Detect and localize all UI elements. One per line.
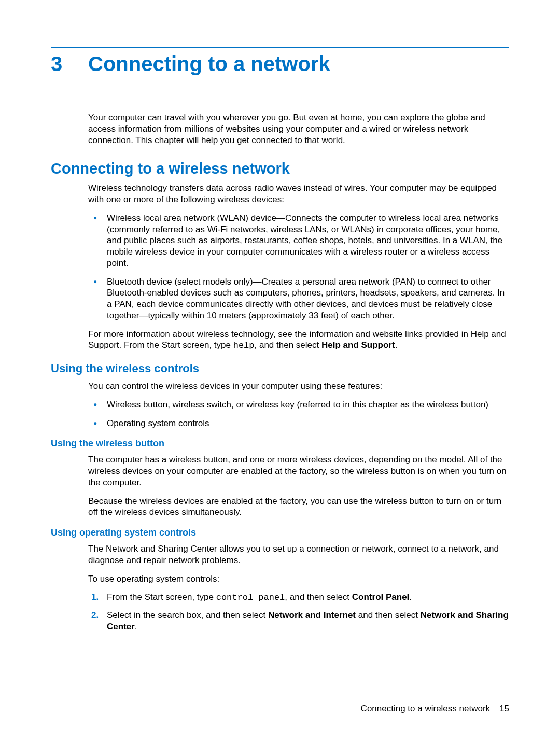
section4-para2: To use operating system controls: [88, 573, 509, 585]
list-item: Wireless button, wireless switch, or wir… [88, 399, 509, 411]
subsubsection-os-controls: Using operating system controls [51, 527, 509, 538]
chapter-rule [51, 47, 509, 48]
section3-para2: Because the wireless devices are enabled… [88, 496, 509, 518]
section3-body: The computer has a wireless button, and … [88, 454, 509, 518]
text: . [409, 592, 412, 602]
bold-text: Network and Internet [268, 610, 356, 620]
text: , and then select [285, 592, 352, 602]
section2-intro: You can control the wireless devices in … [88, 381, 509, 392]
subsubsection-wireless-button: Using the wireless button [51, 438, 509, 449]
page-number: 15 [499, 704, 509, 713]
list-item: Wireless local area network (WLAN) devic… [88, 213, 509, 269]
section1-intro: Wireless technology transfers data acros… [88, 182, 509, 205]
wireless-controls-list: Wireless button, wireless switch, or wir… [88, 399, 509, 429]
list-item: Bluetooth device (select models only)—Cr… [88, 276, 509, 321]
code-text: control panel [216, 593, 285, 602]
text: , and then select [255, 340, 321, 350]
section2-body: You can control the wireless devices in … [88, 381, 509, 429]
wireless-device-list: Wireless local area network (WLAN) devic… [88, 213, 509, 321]
text: Select in the search box, and then selec… [107, 610, 268, 620]
text: . [395, 340, 398, 350]
os-controls-steps: From the Start screen, type control pane… [88, 592, 509, 632]
footer-label: Connecting to a wireless network [361, 704, 490, 713]
section4-body: The Network and Sharing Center allows yo… [88, 543, 509, 632]
text: From the Start screen, type [107, 592, 216, 602]
bold-text: Control Panel [352, 592, 410, 602]
chapter-heading: 3 Connecting to a network [51, 52, 509, 76]
section3-para1: The computer has a wireless button, and … [88, 454, 509, 488]
section1-moreinfo: For more information about wireless tech… [88, 329, 509, 352]
section4-para1: The Network and Sharing Center allows yo… [88, 543, 509, 566]
document-page: 3 Connecting to a network Your computer … [0, 0, 560, 745]
list-item: Operating system controls [88, 418, 509, 429]
bold-text: Help and Support [321, 340, 395, 350]
intro-paragraph: Your computer can travel with you wherev… [88, 112, 509, 146]
chapter-number: 3 [51, 52, 88, 76]
text: and then select [356, 610, 421, 620]
text: . [135, 622, 137, 631]
intro-block: Your computer can travel with you wherev… [88, 112, 509, 146]
code-text: help [233, 341, 255, 350]
step-item: From the Start screen, type control pane… [88, 592, 509, 603]
section1-body: Wireless technology transfers data acros… [88, 182, 509, 352]
subsection-wireless-controls: Using the wireless controls [51, 362, 509, 375]
chapter-title: Connecting to a network [88, 52, 330, 76]
step-item: Select in the search box, and then selec… [88, 610, 509, 632]
page-footer: Connecting to a wireless network15 [361, 704, 509, 714]
section-connecting-wireless: Connecting to a wireless network [51, 160, 509, 177]
